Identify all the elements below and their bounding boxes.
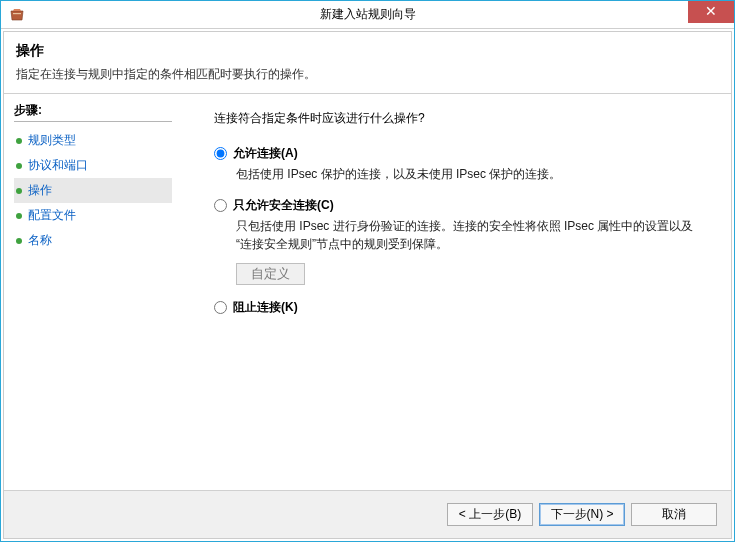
- page-header: 操作 指定在连接与规则中指定的条件相匹配时要执行的操作。: [4, 32, 731, 94]
- step-link[interactable]: 配置文件: [28, 207, 76, 224]
- app-icon: [9, 7, 25, 23]
- wizard-window: 新建入站规则向导 ✕ 操作 指定在连接与规则中指定的条件相匹配时要执行的操作。 …: [0, 0, 735, 542]
- page-title: 操作: [16, 42, 719, 60]
- steps-sidebar: 步骤: 规则类型 协议和端口 操作 配置文件: [4, 94, 182, 490]
- option-allow: 允许连接(A) 包括使用 IPsec 保护的连接，以及未使用 IPsec 保护的…: [214, 145, 711, 183]
- step-link[interactable]: 操作: [28, 182, 52, 199]
- step-link[interactable]: 协议和端口: [28, 157, 88, 174]
- step-rule-type[interactable]: 规则类型: [14, 128, 172, 153]
- body: 步骤: 规则类型 协议和端口 操作 配置文件: [4, 94, 731, 490]
- option-secure-label: 只允许安全连接(C): [233, 197, 334, 214]
- radio-allow[interactable]: [214, 147, 227, 160]
- step-action[interactable]: 操作: [14, 178, 172, 203]
- titlebar: 新建入站规则向导 ✕: [1, 1, 734, 29]
- option-block: 阻止连接(K): [214, 299, 711, 316]
- step-name[interactable]: 名称: [14, 228, 172, 253]
- main-panel: 连接符合指定条件时应该进行什么操作? 允许连接(A) 包括使用 IPsec 保护…: [182, 94, 731, 490]
- step-link[interactable]: 规则类型: [28, 132, 76, 149]
- option-block-label: 阻止连接(K): [233, 299, 298, 316]
- step-link[interactable]: 名称: [28, 232, 52, 249]
- close-button[interactable]: ✕: [688, 1, 734, 23]
- option-secure-desc: 只包括使用 IPsec 进行身份验证的连接。连接的安全性将依照 IPsec 属性…: [236, 218, 706, 253]
- cancel-button[interactable]: 取消: [631, 503, 717, 526]
- bullet-icon: [16, 188, 22, 194]
- option-secure-row[interactable]: 只允许安全连接(C): [214, 197, 711, 214]
- back-button[interactable]: < 上一步(B): [447, 503, 533, 526]
- svg-rect-0: [13, 13, 21, 14]
- option-block-row[interactable]: 阻止连接(K): [214, 299, 711, 316]
- bullet-icon: [16, 213, 22, 219]
- radio-secure[interactable]: [214, 199, 227, 212]
- action-prompt: 连接符合指定条件时应该进行什么操作?: [214, 110, 711, 127]
- step-profile[interactable]: 配置文件: [14, 203, 172, 228]
- option-allow-desc: 包括使用 IPsec 保护的连接，以及未使用 IPsec 保护的连接。: [236, 166, 706, 183]
- option-allow-row[interactable]: 允许连接(A): [214, 145, 711, 162]
- bullet-icon: [16, 163, 22, 169]
- bullet-icon: [16, 138, 22, 144]
- content: 操作 指定在连接与规则中指定的条件相匹配时要执行的操作。 步骤: 规则类型 协议…: [3, 31, 732, 539]
- step-protocol-port[interactable]: 协议和端口: [14, 153, 172, 178]
- option-secure: 只允许安全连接(C) 只包括使用 IPsec 进行身份验证的连接。连接的安全性将…: [214, 197, 711, 285]
- next-button[interactable]: 下一步(N) >: [539, 503, 625, 526]
- bullet-icon: [16, 238, 22, 244]
- option-allow-label: 允许连接(A): [233, 145, 298, 162]
- page-description: 指定在连接与规则中指定的条件相匹配时要执行的操作。: [16, 66, 719, 83]
- radio-block[interactable]: [214, 301, 227, 314]
- customize-button: 自定义: [236, 263, 305, 285]
- window-title: 新建入站规则向导: [1, 6, 734, 23]
- footer: < 上一步(B) 下一步(N) > 取消: [4, 490, 731, 538]
- steps-title: 步骤:: [14, 102, 172, 122]
